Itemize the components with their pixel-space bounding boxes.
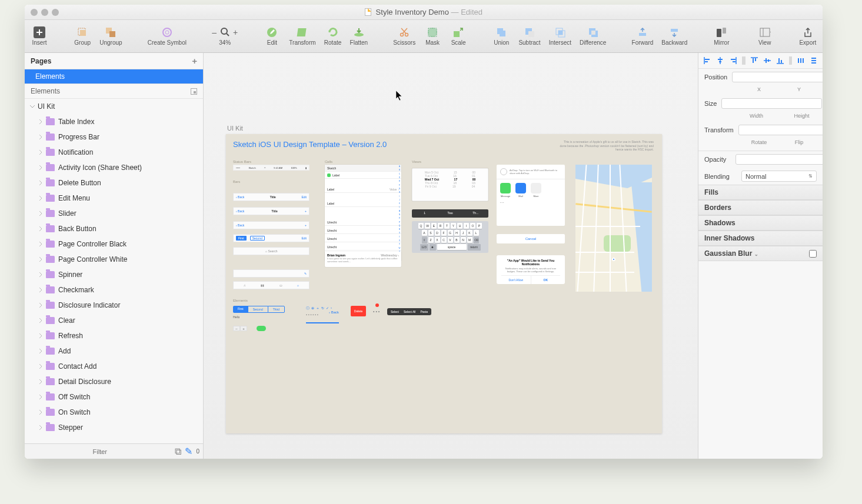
layer-item[interactable]: Detail Disclosure	[25, 374, 203, 389]
layer-item[interactable]: Notification	[25, 145, 203, 160]
layer-item[interactable]: Stepper	[25, 420, 203, 435]
insert-button[interactable]: Insert	[31, 26, 48, 46]
folder-icon	[46, 256, 55, 263]
subtract-button[interactable]: Subtract	[518, 26, 540, 46]
layer-item[interactable]: Refresh	[25, 328, 203, 343]
keyboard-key: Z	[428, 237, 434, 243]
layer-item[interactable]: Progress Bar	[25, 129, 203, 145]
blending-select[interactable]: Normal ⇅	[741, 171, 817, 182]
align-bottom-icon[interactable]	[776, 56, 784, 65]
rotate-button[interactable]: Rotate	[324, 26, 342, 46]
add-page-icon[interactable]: +	[192, 56, 197, 66]
layer-item[interactable]: Contact Add	[25, 359, 203, 374]
forward-button[interactable]: Forward	[632, 26, 654, 46]
align-middle-icon[interactable]	[763, 56, 771, 65]
inner-shadows-section[interactable]: Inner Shadows	[698, 231, 823, 246]
backward-button[interactable]: Backward	[661, 26, 687, 46]
zoom-control[interactable]: – + 34%	[212, 27, 238, 46]
layer-item[interactable]: Off Switch	[25, 389, 203, 405]
align-left-icon[interactable]	[703, 56, 711, 65]
svg-rect-20	[558, 31, 563, 35]
union-button[interactable]: Union	[492, 26, 510, 46]
layer-item[interactable]: Page Controller Black	[25, 236, 203, 252]
folder-icon	[46, 302, 55, 309]
layer-item[interactable]: Page Controller White	[25, 252, 203, 267]
align-center-h-icon[interactable]	[716, 56, 724, 65]
chevron-right-icon	[38, 394, 44, 400]
ungroup-button[interactable]: Ungroup	[99, 26, 122, 46]
create-symbol-button[interactable]: Create Symbol	[148, 26, 187, 46]
view-button[interactable]: View	[756, 26, 774, 46]
chevron-right-icon	[38, 211, 44, 216]
opacity-input[interactable]	[735, 154, 823, 165]
layer-item[interactable]: Add	[25, 343, 203, 359]
window-title-edited: — Edited	[451, 8, 482, 16]
gaussian-blur-section[interactable]: Gaussian Blur ⌄	[698, 246, 823, 261]
canvas[interactable]: UI Kit Sketch iOS UI Design Template – V…	[204, 53, 698, 459]
filter-bar: ⌕ ⧉ ✎ 0	[25, 443, 203, 459]
layer-item[interactable]: Slider	[25, 206, 203, 221]
svg-rect-47	[781, 60, 782, 63]
export-button[interactable]: Export	[799, 26, 817, 46]
layer-item[interactable]: Checkmark	[25, 282, 203, 298]
keyboard-key: X	[435, 237, 440, 243]
layer-item[interactable]: Table Index	[25, 114, 203, 129]
layer-item[interactable]: Spinner	[25, 267, 203, 282]
intersect-button[interactable]: Intersect	[549, 26, 571, 46]
artboard-icon[interactable]	[191, 88, 197, 95]
section-bars: Bars	[233, 180, 240, 183]
zoom-in-icon[interactable]: +	[233, 28, 238, 37]
layer-tree: UI Kit Table IndexProgress BarNotificati…	[25, 99, 203, 443]
borders-section[interactable]: Borders	[698, 200, 823, 215]
keyboard-key: E	[431, 223, 437, 229]
shadows-section[interactable]: Shadows	[698, 215, 823, 231]
rotate-input[interactable]	[738, 125, 823, 135]
folder-icon	[46, 393, 55, 400]
chevron-right-icon	[38, 149, 44, 155]
layer-item[interactable]: Back Button	[25, 221, 203, 236]
layer-root[interactable]: UI Kit	[25, 99, 203, 114]
artboard-uikit[interactable]: Sketch iOS UI Design Template – Version …	[226, 134, 662, 433]
toolbar: Insert Group Ungroup Create Symbol – + 3…	[25, 20, 823, 53]
edit-button[interactable]: Edit	[263, 26, 281, 46]
mask-button[interactable]: Mask	[424, 26, 441, 46]
zoom-out-icon[interactable]: –	[212, 28, 217, 37]
align-top-icon[interactable]	[750, 56, 758, 65]
scissors-button[interactable]: Scissors	[393, 26, 415, 46]
position-x-input[interactable]	[732, 72, 823, 82]
layer-item[interactable]: Disclosure Indicator	[25, 298, 203, 313]
slice-icon[interactable]: ✎	[185, 446, 192, 457]
difference-button[interactable]: Difference	[580, 26, 606, 46]
export-icon	[802, 26, 814, 38]
chevron-right-icon	[38, 272, 44, 278]
scale-button[interactable]: Scale	[450, 26, 467, 46]
align-right-icon[interactable]	[729, 56, 737, 65]
folder-icon	[46, 348, 55, 355]
page-item-elements[interactable]: Elements	[25, 69, 203, 84]
folder-icon	[46, 149, 55, 156]
svg-point-10	[354, 33, 364, 36]
distribute-v-icon[interactable]	[810, 56, 818, 65]
group-button[interactable]: Group	[74, 26, 91, 46]
layer-item[interactable]: On Switch	[25, 405, 203, 420]
layer-item[interactable]: Activity Icon (Share Sheet)	[25, 160, 203, 175]
search-bar: ⌕Search	[233, 247, 309, 255]
nav-bar-2: ‹ Back Title +	[233, 207, 309, 215]
flatten-button[interactable]: Flatten	[350, 26, 368, 46]
distribute-h-icon[interactable]	[797, 56, 805, 65]
copy-icon[interactable]: ⧉	[175, 446, 181, 457]
blur-checkbox[interactable]	[809, 250, 817, 258]
layer-item[interactable]: Edit Menu	[25, 191, 203, 206]
width-input[interactable]	[721, 98, 822, 109]
chevron-right-icon	[38, 134, 44, 140]
layer-item[interactable]: Delete Button	[25, 175, 203, 191]
artboard-label[interactable]: UI Kit	[227, 125, 243, 132]
rotate-icon	[327, 26, 339, 38]
mirror-button[interactable]: Mirror	[713, 26, 730, 46]
document-icon	[365, 8, 371, 16]
svg-rect-17	[528, 31, 534, 37]
layer-item[interactable]: Clear	[25, 313, 203, 328]
fills-section[interactable]: Fills	[698, 185, 823, 200]
layer-label: Contact Add	[58, 362, 96, 371]
transform-button[interactable]: Transform	[289, 26, 315, 46]
